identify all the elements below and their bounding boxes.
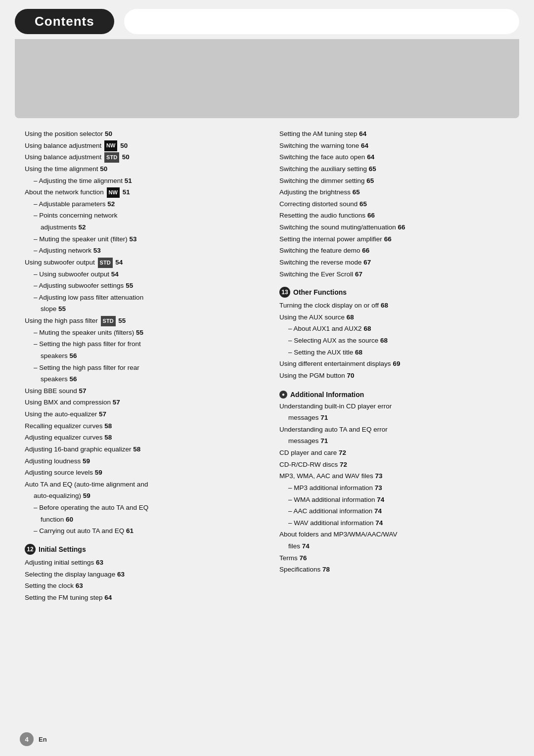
toc-entry: Setting the FM tuning step 64 [25,592,260,604]
toc-entry: Understanding auto TA and EQ error [279,424,514,436]
toc-entry: Turning the clock display on or off 68 [279,300,514,311]
header-right [124,9,519,34]
section-additional-heading: ● Additional Information [279,391,514,399]
toc-entry: CD-R/CD-RW discs 72 [279,459,514,471]
toc-entry: speakers 56 [25,373,260,385]
toc-entry: Switching the reverse mode 67 [279,257,514,268]
toc-entry: – Setting the AUX title 68 [279,347,514,358]
toc-entry: Adjusting equalizer curves 58 [25,432,260,444]
gray-top-area [15,39,519,118]
toc-entry: Using balance adjustment NW 50 [25,140,260,152]
toc-entry: Auto TA and EQ (auto-time alignment and [25,479,260,490]
toc-entry: Switching the Ever Scroll 67 [279,268,514,280]
toc-entry: Setting the AM tuning step 64 [279,128,514,140]
toc-entry: Using different entertainment displays 6… [279,358,514,370]
toc-entry: Adjusting the brightness 65 [279,186,514,198]
toc-entry: Specifications 78 [279,564,514,576]
additional-info-badge: ● [279,391,287,399]
section-13-title: Other Functions [293,288,347,296]
toc-entry: CD player and care 72 [279,447,514,459]
toc-entry: Adjusting 16-band graphic equalizer 58 [25,444,260,455]
page: Contents Using the position selector 50 … [0,0,534,756]
toc-entry: – Adjusting the time alignment 51 [25,175,260,187]
toc-entry: messages 71 [279,412,514,424]
toc-entry: Switching the warning tone 64 [279,140,514,152]
toc-entry: Adjusting loudness 59 [25,455,260,467]
section-13-heading: 13 Other Functions [279,287,514,298]
toc-entry: Resetting the audio functions 66 [279,210,514,222]
toc-entry: About the network function NW 51 [25,186,260,198]
toc-entry: Using subwoofer output STD 54 [25,257,260,268]
toc-entry: Using the high pass filter STD 55 [25,315,260,327]
toc-entry: Recalling equalizer curves 58 [25,420,260,432]
toc-entry: Switching the dimmer setting 65 [279,175,514,187]
toc-entry: – About AUX1 and AUX2 68 [279,323,514,335]
right-column: Setting the AM tuning step 64 Switching … [279,128,514,603]
toc-entry: – Setting the high pass filter for front [25,338,260,350]
page-number: 4 [20,732,34,746]
toc-entry: files 74 [279,540,514,552]
toc-entry: speakers 56 [25,350,260,362]
toc-entry: – Points concerning network [25,210,260,222]
toc-entry: messages 71 [279,435,514,447]
toc-entry: – Carrying out auto TA and EQ 61 [25,525,260,537]
toc-entry: – WMA additional information 74 [279,494,514,506]
left-column: Using the position selector 50 Using bal… [25,128,260,603]
toc-entry: Using balance adjustment STD 50 [25,151,260,163]
toc-entry: Using the PGM button 70 [279,370,514,382]
language-label: En [39,736,47,743]
toc-entry: – Before operating the auto TA and EQ [25,502,260,514]
toc-entry: Setting the internal power amplifier 66 [279,233,514,245]
toc-entry: – Setting the high pass filter for rear [25,362,260,374]
toc-entry: Switching the sound muting/attenuation 6… [279,222,514,233]
section-12-title: Initial Settings [39,545,86,553]
toc-entry: Using the AUX source 68 [279,311,514,323]
toc-entry: – Selecting AUX as the source 68 [279,335,514,347]
section-13-badge: 13 [279,287,290,298]
toc-entry: Using BBE sound 57 [25,385,260,397]
toc-entry: slope 55 [25,303,260,315]
toc-entry: – Muting the speaker units (filters) 55 [25,327,260,339]
toc-entry: Switching the face auto open 64 [279,151,514,163]
toc-entry: Selecting the display language 63 [25,569,260,580]
toc-entry: – MP3 additional information 73 [279,482,514,494]
toc-entry: Switching the feature demo 66 [279,245,514,257]
header: Contents [0,0,534,39]
toc-entry: Setting the clock 63 [25,580,260,592]
toc-entry: – Adjustable parameters 52 [25,198,260,210]
section-additional-title: Additional Information [290,391,364,399]
toc-entry: Using the time alignment 50 [25,163,260,175]
toc-entry: Adjusting source levels 59 [25,467,260,479]
main-content: Using the position selector 50 Using bal… [0,118,534,618]
toc-entry: Understanding built-in CD player error [279,400,514,412]
section-12-heading: 12 Initial Settings [25,544,260,555]
toc-entry: About folders and MP3/WMA/AAC/WAV [279,529,514,540]
title-box: Contents [15,9,114,34]
footer: 4 En [20,732,47,746]
toc-entry: – Adjusting low pass filter attenuation [25,292,260,304]
toc-entry: – Using subwoofer output 54 [25,268,260,280]
toc-entry: MP3, WMA, AAC and WAV files 73 [279,470,514,482]
toc-entry: Using the position selector 50 [25,128,260,140]
toc-entry: adjustments 52 [25,222,260,233]
toc-entry: Using the auto-equalizer 57 [25,408,260,420]
toc-entry: Adjusting initial settings 63 [25,557,260,569]
section-12-badge: 12 [25,544,36,555]
toc-entry: – AAC additional information 74 [279,505,514,517]
toc-entry: – WAV additional information 74 [279,517,514,529]
toc-entry: function 60 [25,514,260,526]
toc-entry: Correcting distorted sound 65 [279,198,514,210]
toc-entry: – Muting the speaker unit (filter) 53 [25,233,260,245]
toc-entry: – Adjusting network 53 [25,245,260,257]
toc-entry: Using BMX and compression 57 [25,397,260,408]
page-title: Contents [35,14,94,29]
toc-entry: auto-equalizing) 59 [25,490,260,502]
toc-entry: Switching the auxiliary setting 65 [279,163,514,175]
toc-entry: – Adjusting subwoofer settings 55 [25,280,260,292]
toc-entry: Terms 76 [279,552,514,564]
